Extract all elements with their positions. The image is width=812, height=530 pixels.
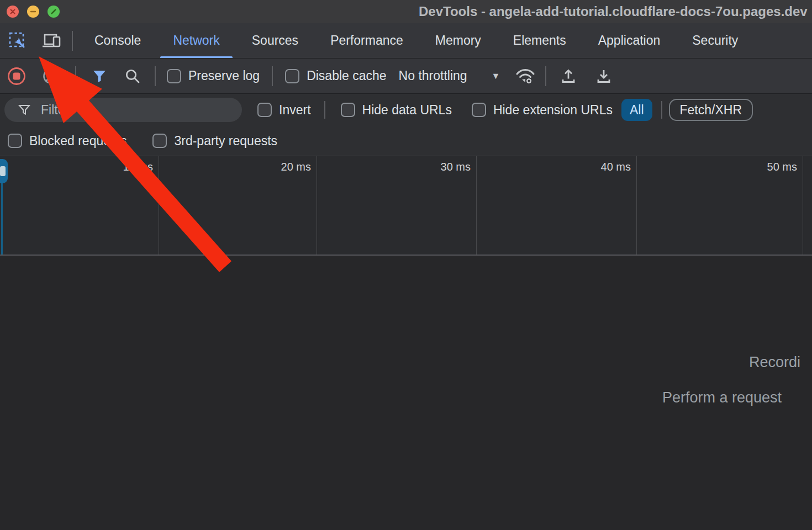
minimize-icon	[30, 8, 36, 15]
panel-tabs: Console Network Sources Performance Memo…	[78, 23, 754, 59]
requests-pane: Recordi Perform a request	[0, 256, 812, 530]
inspect-element-button[interactable]	[6, 29, 30, 53]
search-button[interactable]	[120, 64, 145, 88]
blocked-requests-label: Blocked requests	[29, 134, 126, 149]
request-type-chip-all[interactable]: All	[621, 99, 652, 121]
third-party-requests-checkbox[interactable]	[152, 134, 167, 148]
request-toggles-row: Blocked requests 3rd-party requests	[0, 126, 812, 156]
timeline-left-edge-line	[1, 182, 3, 255]
toolbar-separator	[272, 66, 273, 86]
filter-row: Invert Hide data URLs Hide extension URL…	[0, 94, 812, 126]
hide-data-urls-toggle[interactable]: Hide data URLs	[341, 103, 452, 118]
timeline-gridline	[476, 156, 477, 255]
toolbar-separator	[75, 66, 76, 86]
empty-state-recording-text: Recordi	[749, 354, 800, 371]
funnel-outline-icon	[18, 103, 31, 116]
invert-checkbox[interactable]	[257, 103, 272, 117]
network-overview-timeline[interactable]: 10 ms 20 ms 30 ms 40 ms 50 ms	[0, 156, 812, 256]
blocked-requests-toggle[interactable]: Blocked requests	[8, 134, 126, 149]
export-har-button[interactable]	[592, 64, 616, 88]
throttling-value: No throttling	[399, 68, 467, 83]
hide-data-urls-checkbox[interactable]	[341, 103, 355, 117]
disable-cache-checkbox[interactable]	[285, 69, 299, 83]
timeline-gridline	[159, 156, 159, 255]
macos-traffic-lights	[7, 6, 60, 18]
wifi-gear-icon	[515, 67, 536, 85]
disable-cache-label: Disable cache	[307, 68, 386, 83]
upload-icon	[560, 68, 577, 84]
timeline-tick: 30 ms	[415, 161, 471, 173]
tab-memory[interactable]: Memory	[419, 23, 497, 59]
clear-icon	[42, 67, 60, 85]
network-toolbar: Preserve log Disable cache No throttling…	[0, 59, 812, 94]
toggle-device-toolbar-button[interactable]	[40, 29, 64, 53]
window-title: DevTools - angela-add-tutorial.cloudflar…	[419, 0, 808, 23]
tab-application[interactable]: Application	[582, 23, 677, 59]
preserve-log-toggle[interactable]: Preserve log	[167, 68, 260, 83]
blocked-requests-checkbox[interactable]	[8, 134, 22, 148]
third-party-requests-toggle[interactable]: 3rd-party requests	[152, 134, 277, 149]
record-network-log-button[interactable]	[4, 64, 29, 88]
tab-sources[interactable]: Sources	[236, 23, 314, 59]
hide-data-urls-label: Hide data URLs	[362, 103, 452, 118]
filter-input-container[interactable]	[4, 98, 242, 122]
device-toolbar-icon	[41, 31, 62, 50]
devtools-tabbar: Console Network Sources Performance Memo…	[0, 23, 812, 59]
timeline-tick: 50 ms	[742, 161, 797, 173]
filter-separator	[324, 101, 325, 119]
invert-label: Invert	[279, 103, 311, 118]
record-stop-icon	[7, 66, 27, 86]
timeline-tick: 20 ms	[256, 161, 311, 173]
search-icon	[124, 68, 141, 84]
filter-toggle-button[interactable]	[87, 64, 112, 88]
network-conditions-button[interactable]	[513, 64, 537, 88]
clear-network-log-button[interactable]	[39, 64, 63, 88]
close-icon	[9, 8, 16, 15]
timeline-tick: 40 ms	[576, 161, 631, 173]
timeline-gridline	[317, 156, 317, 255]
download-icon	[595, 68, 612, 84]
window-titlebar: DevTools - angela-add-tutorial.cloudflar…	[0, 0, 812, 23]
tab-security[interactable]: Security	[676, 23, 754, 59]
filter-separator	[661, 101, 662, 119]
request-type-chip-fetch-xhr[interactable]: Fetch/XHR	[669, 99, 753, 121]
preserve-log-label: Preserve log	[188, 68, 260, 83]
minimize-window-button[interactable]	[27, 6, 39, 18]
timeline-gridline	[636, 156, 637, 255]
funnel-icon	[92, 68, 107, 84]
disable-cache-toggle[interactable]: Disable cache	[285, 68, 386, 83]
filter-section: Invert Hide data URLs Hide extension URL…	[0, 94, 812, 156]
close-window-button[interactable]	[7, 6, 19, 18]
inspect-cursor-icon	[8, 31, 28, 51]
tabbar-separator	[72, 31, 73, 51]
preserve-log-checkbox[interactable]	[167, 69, 181, 83]
timeline-tick: 10 ms	[98, 161, 153, 173]
import-har-button[interactable]	[556, 64, 581, 88]
timeline-gridline	[803, 156, 803, 255]
tab-performance[interactable]: Performance	[314, 23, 419, 59]
filter-input[interactable]	[41, 103, 207, 118]
chevron-down-icon: ▼	[492, 71, 500, 81]
third-party-requests-label: 3rd-party requests	[174, 134, 277, 149]
zoom-window-button[interactable]	[48, 6, 60, 18]
hide-extension-urls-label: Hide extension URLs	[493, 103, 613, 118]
toolbar-separator	[545, 66, 546, 86]
invert-toggle[interactable]: Invert	[257, 103, 311, 118]
toolbar-separator	[155, 66, 156, 86]
timeline-drag-handle[interactable]	[0, 159, 8, 183]
hide-extension-urls-checkbox[interactable]	[472, 103, 486, 117]
empty-state-hint-text: Perform a request	[662, 389, 782, 406]
tab-network[interactable]: Network	[157, 23, 235, 59]
tab-console[interactable]: Console	[78, 23, 157, 59]
drag-grip-icon	[0, 166, 6, 176]
fullscreen-icon	[50, 8, 57, 15]
hide-extension-urls-toggle[interactable]: Hide extension URLs	[472, 103, 613, 118]
throttling-select[interactable]: No throttling ▼	[399, 68, 500, 83]
tab-elements[interactable]: Elements	[497, 23, 582, 59]
